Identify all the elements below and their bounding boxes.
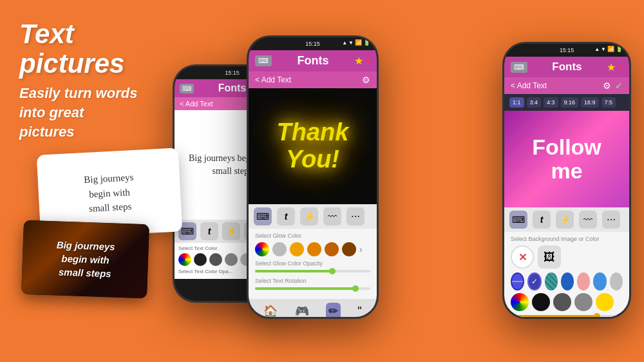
gear-icon-center[interactable]: ⚙ <box>362 75 370 85</box>
ratio-9-16[interactable]: 9:16 <box>561 97 579 108</box>
rotation-slider[interactable] <box>255 287 370 290</box>
canvas-center: Thank You! <box>249 88 377 204</box>
gear-icon-right[interactable]: ⚙ <box>603 81 611 91</box>
glow-color-row: › <box>255 242 370 256</box>
slider-thumb-rotation[interactable] <box>352 285 359 292</box>
keyboard-icon-center[interactable]: ⌨ <box>255 55 272 66</box>
bg-pattern-stripe[interactable] <box>511 272 524 291</box>
effect-toolbar-right: ⌨ t ⚡ 〰 ⋯ <box>504 207 629 232</box>
more-tool-right[interactable]: ⋯ <box>602 211 620 229</box>
effects-tool-left[interactable]: ⚡ <box>222 222 240 240</box>
effects-tool-center[interactable]: ⚡ <box>300 207 318 225</box>
add-text-bar-center: < Add Text ⚙ <box>249 71 377 88</box>
bg-blue-dot <box>593 272 606 291</box>
header-icons-center: ★ ♦ <box>354 55 370 67</box>
bg-image-btn[interactable]: 🖼 <box>538 245 561 269</box>
slider-fill-opacity <box>255 270 336 272</box>
ratio-4-3[interactable]: 4:3 <box>544 97 558 108</box>
gem-icon-right: ♦ <box>618 61 623 73</box>
bottom-nav-center: 🏠 🎮 ✏ " <box>249 299 377 319</box>
glow-color-2[interactable] <box>290 242 304 256</box>
ratio-3-4[interactable]: 3:4 <box>527 97 542 108</box>
color-gray-left[interactable] <box>225 253 238 266</box>
scroll-right-center[interactable]: › <box>359 244 363 254</box>
bg-slider-right[interactable] <box>511 315 623 318</box>
bg-label-right: Select Background Image or Color <box>511 236 623 242</box>
glow-opacity-label: Select Glow Color Opacity <box>255 260 370 267</box>
glow-color-3[interactable] <box>307 242 321 256</box>
bg-black[interactable] <box>532 293 550 311</box>
glow-color-4[interactable] <box>325 242 339 256</box>
bg-gray[interactable] <box>574 293 592 311</box>
ratio-1-1[interactable]: 1:1 <box>509 97 524 108</box>
back-arrow-center[interactable]: < Add Text <box>255 75 291 84</box>
more-tool-center[interactable]: ⋯ <box>346 207 365 225</box>
check-icon-right[interactable]: ✓ <box>615 81 623 91</box>
rotation-label: Select Text Rotation <box>255 278 370 284</box>
edit-icon-center[interactable]: ✏ <box>326 303 341 319</box>
bg-slider-fill <box>511 315 600 318</box>
ratio-16-9[interactable]: 16:9 <box>581 97 599 108</box>
wave-tool-center[interactable]: 〰 <box>323 207 341 225</box>
hero-subtitle: Easily turn words into great pictures <box>19 84 174 141</box>
slider-fill-rotation <box>255 287 359 290</box>
keyboard-tool-center[interactable]: ⌨ <box>254 207 272 225</box>
glow-section-center: Select Glow Color › Select Glow Color Op… <box>249 229 377 299</box>
bg-pattern-check[interactable] <box>545 272 558 291</box>
keyboard-tool-right[interactable]: ⌨ <box>509 211 527 229</box>
wave-tool-right[interactable]: 〰 <box>579 211 597 229</box>
glow-color-1[interactable] <box>272 242 287 256</box>
card-white-text: Big journeysbegin withsmall steps <box>84 170 136 216</box>
bg-dark-gray[interactable] <box>553 293 571 311</box>
card-dark-overlay: Big journeysbegin withsmall steps <box>21 220 149 299</box>
bg-options-right: ✕ 🖼 <box>511 245 623 269</box>
ratio-bar-right: 1:1 3:4 4:3 9:16 16:9 7:5 <box>504 94 629 111</box>
font-tool-right[interactable]: t <box>533 211 551 229</box>
font-tool-left[interactable]: t <box>200 222 218 240</box>
glow-color-wheel[interactable] <box>255 242 269 256</box>
font-tool-center[interactable]: t <box>277 207 295 225</box>
bg-slider-thumb[interactable] <box>594 313 600 319</box>
effects-tool-right[interactable]: ⚡ <box>556 211 574 229</box>
star-icon-right: ★ <box>607 61 616 73</box>
bg-yellow[interactable] <box>596 293 614 311</box>
status-icons-center: ▲ ▼ 📶 🔋 <box>342 39 370 46</box>
back-arrow-right[interactable]: < Add Text <box>511 81 547 90</box>
bg-color-row-1: ✓ <box>511 272 623 291</box>
bg-light-gray[interactable] <box>610 272 623 291</box>
ratio-7-5[interactable]: 7:5 <box>601 97 616 108</box>
color-black-left[interactable] <box>194 253 207 266</box>
back-arrow-left[interactable]: < Add Text <box>180 100 213 108</box>
glow-color-5[interactable] <box>342 242 356 256</box>
phone-right: 15:15 ▲ ▼ 📶 🔋 ⌨ Fonts ★ ♦ < Add Text ⚙ ✓… <box>502 42 631 319</box>
glow-color-label: Select Glow Color <box>255 233 370 239</box>
add-text-bar-right: < Add Text ⚙ ✓ <box>504 77 629 94</box>
thank-you-text: Thank You! <box>277 119 349 173</box>
header-icons-right: ★ ♦ <box>607 61 623 73</box>
glow-opacity-slider[interactable] <box>255 270 370 272</box>
follow-text: Follow me <box>532 135 601 184</box>
status-bar-right: 15:15 ▲ ▼ 📶 🔋 <box>504 44 629 57</box>
bg-color-row-2 <box>511 293 623 311</box>
bg-section-right: Select Background Image or Color ✕ 🖼 ✓ <box>504 232 629 319</box>
hero-section: Text pictures Easily turn words into gre… <box>19 19 174 141</box>
bg-pink[interactable] <box>577 272 590 291</box>
game-icon-center[interactable]: 🎮 <box>295 304 309 318</box>
card-dark-text: Big journeysbegin withsmall steps <box>55 238 115 280</box>
bg-dark-blue[interactable] <box>561 272 574 291</box>
add-text-actions: ⚙ ✓ <box>603 81 623 91</box>
quote-icon-center[interactable]: " <box>357 305 361 318</box>
bg-check-blue[interactable]: ✓ <box>527 272 541 291</box>
color-dark-gray-left[interactable] <box>209 253 222 266</box>
keyboard-icon-left[interactable]: ⌨ <box>180 84 194 93</box>
bg-color-wheel[interactable] <box>511 293 529 311</box>
keyboard-icon-right[interactable]: ⌨ <box>511 62 527 73</box>
hero-title: Text pictures <box>19 19 174 79</box>
color-wheel-left[interactable] <box>178 253 191 266</box>
slider-thumb-opacity[interactable] <box>329 268 336 274</box>
bg-remove-btn[interactable]: ✕ <box>511 245 534 269</box>
home-icon-center[interactable]: 🏠 <box>263 304 278 318</box>
phone-center: 15:15 ▲ ▼ 📶 🔋 ⌨ Fonts ★ ♦ < Add Text ⚙ T… <box>247 35 379 319</box>
gem-icon-center: ♦ <box>366 55 370 67</box>
status-icons-right: ▲ ▼ 📶 🔋 <box>594 46 623 52</box>
